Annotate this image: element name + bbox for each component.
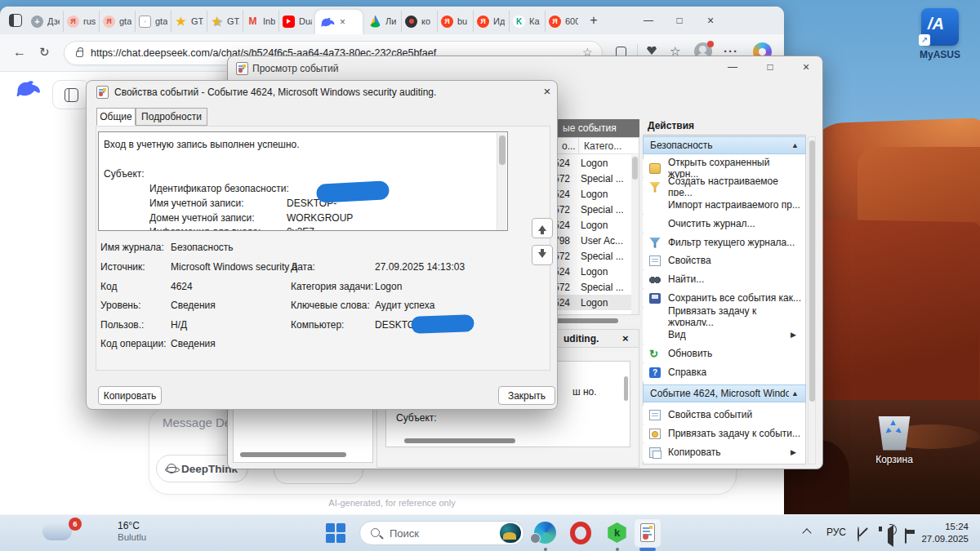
- actions-section-security[interactable]: Безопасность▲: [643, 136, 806, 154]
- event-row[interactable]: 572Special ...: [544, 171, 639, 186]
- browser-tab[interactable]: Я600: [546, 11, 581, 32]
- action-import-custom-view[interactable]: Импорт настраиваемого пр...: [643, 196, 803, 214]
- event-row-selected[interactable]: 524Logon: [544, 295, 639, 310]
- preview-vscrollbar[interactable]: [624, 376, 628, 401]
- action-view-submenu[interactable]: Вид▶: [643, 326, 803, 344]
- event-description-box[interactable]: Вход в учетную запись выполнен успешно. …: [98, 131, 508, 231]
- browser-tab[interactable]: Яgta: [100, 11, 136, 32]
- browser-tab[interactable]: ко: [402, 11, 438, 32]
- tray-chevron-icon[interactable]: [802, 528, 811, 537]
- event-row[interactable]: 524Logon: [544, 186, 639, 202]
- action-attach-task-to-event[interactable]: Привязать задачу к событи...: [643, 424, 803, 442]
- event-row[interactable]: 524Logon: [544, 264, 639, 279]
- action-properties[interactable]: Свойства: [643, 251, 803, 269]
- search-box[interactable]: Поиск: [359, 521, 524, 545]
- preview-hscrollbar[interactable]: [404, 438, 515, 443]
- event-viewer-taskbar-icon[interactable]: [634, 518, 662, 548]
- event-row[interactable]: 524Logon: [544, 155, 639, 171]
- yandex-icon: Я: [477, 16, 489, 28]
- browser-tab[interactable]: ★GTA: [207, 11, 243, 32]
- ev-maximize-button[interactable]: □: [755, 58, 785, 76]
- browser-tab[interactable]: Яbu: [438, 11, 474, 32]
- copy-button[interactable]: Копировать: [98, 386, 162, 405]
- action-help[interactable]: ?Справка: [643, 363, 803, 381]
- event-row[interactable]: 572Special ...: [544, 279, 639, 295]
- weather-condition[interactable]: Bulutlu: [118, 532, 146, 542]
- description-vscrollbar[interactable]: [497, 133, 506, 230]
- browser-tab[interactable]: +Дзе: [28, 11, 64, 32]
- preview-close-icon[interactable]: ×: [622, 332, 629, 344]
- action-find[interactable]: Найти...: [643, 270, 803, 288]
- browser-essentials-icon[interactable]: [647, 46, 657, 55]
- tree-hscrollbar[interactable]: [240, 452, 346, 457]
- column-header-category[interactable]: Катего...: [584, 140, 621, 152]
- workspaces-icon[interactable]: [9, 14, 22, 27]
- browser-tab[interactable]: ▫gta: [136, 11, 172, 32]
- event-row[interactable]: 572Special: [544, 310, 639, 315]
- action-copy-submenu[interactable]: Копировать▶: [643, 443, 803, 461]
- action-save-all-events[interactable]: Сохранить все события как...: [643, 289, 803, 307]
- actions-section-event-4624[interactable]: Событие 4624, Microsoft Window...▲: [643, 384, 806, 402]
- event-row[interactable]: 524Logon: [544, 217, 639, 233]
- start-button[interactable]: [326, 523, 345, 543]
- event-row[interactable]: 572Special ...: [544, 202, 639, 217]
- tray-time: 15:24: [905, 521, 969, 533]
- action-open-saved-log[interactable]: Открыть сохраненный журн...: [643, 159, 803, 177]
- opera-taskbar-icon[interactable]: [570, 522, 591, 544]
- next-event-button[interactable]: [532, 245, 553, 265]
- column-header-code[interactable]: о...: [562, 140, 576, 152]
- network-globe-icon[interactable]: [858, 527, 859, 542]
- volume-icon[interactable]: [888, 525, 893, 547]
- browser-tab[interactable]: ЯИд: [474, 11, 510, 32]
- action-clear-log[interactable]: Очистить журнал...: [643, 215, 803, 233]
- browser-tab[interactable]: Dua: [279, 11, 315, 32]
- collapse-icon[interactable]: ▲: [791, 141, 799, 149]
- tab-label: Ли: [385, 16, 396, 26]
- action-create-custom-view[interactable]: Создать настраиваемое пре...: [643, 178, 803, 196]
- search-highlight-image[interactable]: [500, 523, 521, 543]
- action-attach-task-to-log[interactable]: Привязать задачу к журналу...: [643, 308, 803, 326]
- event-row[interactable]: 572Special ...: [544, 248, 639, 264]
- weather-cloud-icon[interactable]: [42, 522, 72, 540]
- kaspersky-taskbar-icon[interactable]: k: [607, 522, 627, 543]
- previous-event-button[interactable]: [532, 218, 553, 238]
- recycle-bin-icon[interactable]: ▲ ▲ ▲: [875, 411, 913, 451]
- refresh-icon[interactable]: ↻: [39, 45, 50, 60]
- active-app-indicator: [639, 548, 656, 551]
- tab-general[interactable]: Общие: [96, 108, 136, 126]
- tab-close-icon[interactable]: ×: [340, 16, 345, 28]
- actions-vscrollbar[interactable]: [808, 136, 816, 464]
- ev-close-button[interactable]: ×: [791, 58, 821, 76]
- dialog-close-icon[interactable]: ×: [537, 84, 557, 100]
- desktop: /A ↗ MyASUS ▲ ▲ ▲ Корзина +Дзе Яrus Яgta…: [0, 0, 980, 551]
- back-icon[interactable]: ←: [13, 45, 26, 60]
- browser-maximize-button[interactable]: □: [665, 11, 694, 29]
- tab-details[interactable]: Подробности: [136, 108, 207, 126]
- weather-temp[interactable]: 16°C: [118, 520, 140, 531]
- action-event-properties[interactable]: Свойства событий: [643, 406, 803, 424]
- action-refresh[interactable]: ↻Обновить: [643, 344, 803, 362]
- list-vscrollbar[interactable]: [631, 155, 639, 315]
- browser-tab-active-deepseek[interactable]: ×: [315, 10, 363, 34]
- clock[interactable]: 15:24 27.09.2025: [905, 521, 969, 545]
- browser-tab[interactable]: MInb: [243, 11, 279, 32]
- myasus-desktop-icon[interactable]: /A ↗: [921, 8, 959, 46]
- ev-minimize-button[interactable]: —: [718, 58, 747, 76]
- collapse-icon[interactable]: ▲: [791, 389, 799, 398]
- browser-close-button[interactable]: ×: [696, 11, 725, 29]
- action-filter-current-log[interactable]: Фильтр текущего журнала...: [643, 233, 803, 251]
- yandex-icon: Я: [103, 16, 115, 28]
- browser-tab[interactable]: Яrus: [64, 11, 100, 32]
- event-row[interactable]: 798User Ac...: [544, 233, 639, 248]
- event-viewer-title: Просмотр событий: [252, 63, 338, 74]
- browser-tab[interactable]: Ли: [366, 11, 402, 32]
- list-column-headers[interactable]: о... Катего...: [544, 138, 639, 154]
- browser-tab[interactable]: ★GTA: [172, 11, 207, 32]
- close-button[interactable]: Закрыть: [498, 386, 555, 405]
- browser-minimize-button[interactable]: —: [634, 11, 663, 29]
- submenu-arrow-icon: ▶: [791, 448, 796, 456]
- new-tab-button[interactable]: +: [585, 11, 603, 29]
- browser-tab[interactable]: KКа: [510, 11, 546, 32]
- sidebar-toggle-button[interactable]: [52, 80, 90, 109]
- language-indicator[interactable]: РУС: [826, 527, 846, 538]
